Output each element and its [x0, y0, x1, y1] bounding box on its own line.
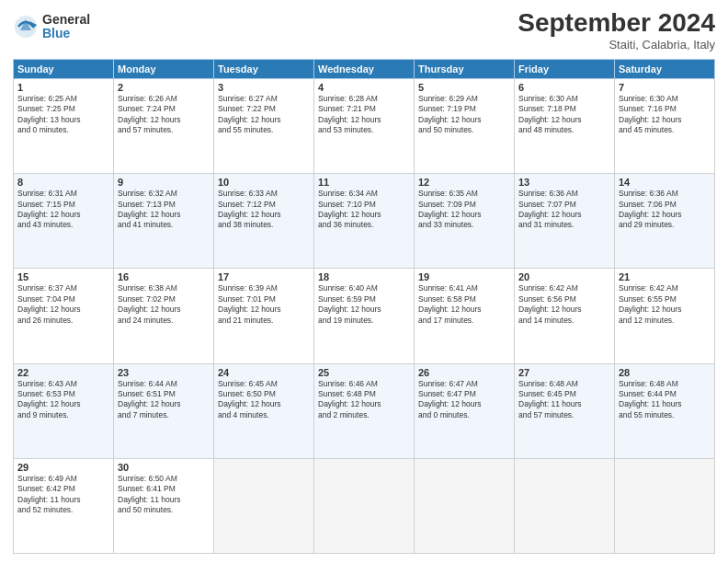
logo-general: General	[42, 13, 90, 27]
calendar-day-cell: 15Sunrise: 6:37 AM Sunset: 7:04 PM Dayli…	[14, 269, 114, 363]
day-info: Sunrise: 6:25 AM Sunset: 7:25 PM Dayligh…	[17, 94, 109, 136]
day-info: Sunrise: 6:34 AM Sunset: 7:10 PM Dayligh…	[318, 189, 410, 231]
day-info: Sunrise: 6:48 AM Sunset: 6:44 PM Dayligh…	[619, 379, 711, 421]
day-info: Sunrise: 6:28 AM Sunset: 7:21 PM Dayligh…	[318, 94, 410, 136]
calendar-day-cell: 14Sunrise: 6:36 AM Sunset: 7:06 PM Dayli…	[615, 174, 715, 269]
day-info: Sunrise: 6:42 AM Sunset: 6:56 PM Dayligh…	[518, 283, 610, 326]
day-number: 21	[619, 271, 711, 282]
day-info: Sunrise: 6:36 AM Sunset: 7:07 PM Dayligh…	[518, 189, 610, 231]
calendar-day-cell	[214, 458, 314, 553]
title-block: September 2024 Staiti, Calabria, Italy	[518, 9, 715, 52]
day-number: 18	[318, 271, 410, 282]
calendar-day-cell: 20Sunrise: 6:42 AM Sunset: 6:56 PM Dayli…	[515, 269, 615, 363]
day-number: 4	[318, 82, 410, 93]
logo-text: General Blue	[42, 13, 90, 41]
day-number: 2	[118, 82, 210, 93]
day-number: 12	[418, 177, 510, 188]
day-number: 13	[518, 177, 610, 188]
calendar-day-cell: 30Sunrise: 6:50 AM Sunset: 6:41 PM Dayli…	[114, 458, 214, 553]
day-number: 5	[418, 82, 510, 93]
calendar-day-cell: 3Sunrise: 6:27 AM Sunset: 7:22 PM Daylig…	[214, 78, 314, 173]
weekday-header-sunday: Sunday	[14, 59, 114, 78]
day-info: Sunrise: 6:39 AM Sunset: 7:01 PM Dayligh…	[218, 283, 310, 326]
calendar-day-cell: 4Sunrise: 6:28 AM Sunset: 7:21 PM Daylig…	[314, 78, 415, 173]
day-number: 9	[118, 177, 210, 188]
calendar-table: SundayMondayTuesdayWednesdayThursdayFrid…	[13, 59, 715, 554]
calendar-day-cell: 7Sunrise: 6:30 AM Sunset: 7:16 PM Daylig…	[615, 78, 715, 173]
day-number: 17	[218, 271, 310, 282]
calendar-day-cell: 11Sunrise: 6:34 AM Sunset: 7:10 PM Dayli…	[314, 174, 415, 269]
day-number: 28	[619, 367, 711, 378]
day-number: 16	[118, 271, 210, 282]
month-title: September 2024	[518, 9, 715, 38]
day-number: 23	[118, 367, 210, 378]
calendar-day-cell: 18Sunrise: 6:40 AM Sunset: 6:59 PM Dayli…	[314, 269, 415, 363]
day-number: 30	[118, 462, 210, 473]
day-number: 11	[318, 177, 410, 188]
calendar-day-cell: 13Sunrise: 6:36 AM Sunset: 7:07 PM Dayli…	[515, 174, 615, 269]
calendar-day-cell: 17Sunrise: 6:39 AM Sunset: 7:01 PM Dayli…	[214, 269, 314, 363]
day-info: Sunrise: 6:32 AM Sunset: 7:13 PM Dayligh…	[118, 189, 210, 231]
calendar-day-cell: 29Sunrise: 6:49 AM Sunset: 6:42 PM Dayli…	[14, 458, 114, 553]
day-number: 7	[619, 82, 711, 93]
day-number: 25	[318, 367, 410, 378]
calendar-day-cell: 5Sunrise: 6:29 AM Sunset: 7:19 PM Daylig…	[415, 78, 515, 173]
calendar-day-cell: 1Sunrise: 6:25 AM Sunset: 7:25 PM Daylig…	[14, 78, 114, 173]
day-info: Sunrise: 6:44 AM Sunset: 6:51 PM Dayligh…	[118, 379, 210, 421]
day-number: 19	[418, 271, 510, 282]
day-info: Sunrise: 6:50 AM Sunset: 6:41 PM Dayligh…	[118, 474, 210, 516]
day-number: 22	[17, 367, 109, 378]
day-info: Sunrise: 6:43 AM Sunset: 6:53 PM Dayligh…	[17, 379, 109, 421]
day-info: Sunrise: 6:36 AM Sunset: 7:06 PM Dayligh…	[619, 189, 711, 231]
day-number: 3	[218, 82, 310, 93]
calendar-day-cell: 22Sunrise: 6:43 AM Sunset: 6:53 PM Dayli…	[14, 363, 114, 458]
weekday-header-row: SundayMondayTuesdayWednesdayThursdayFrid…	[14, 59, 715, 78]
weekday-header-monday: Monday	[114, 59, 214, 78]
day-info: Sunrise: 6:27 AM Sunset: 7:22 PM Dayligh…	[218, 94, 310, 136]
day-number: 6	[518, 82, 610, 93]
day-info: Sunrise: 6:41 AM Sunset: 6:58 PM Dayligh…	[418, 283, 510, 326]
day-info: Sunrise: 6:48 AM Sunset: 6:45 PM Dayligh…	[518, 379, 610, 421]
day-info: Sunrise: 6:42 AM Sunset: 6:55 PM Dayligh…	[619, 283, 711, 326]
day-number: 10	[218, 177, 310, 188]
calendar-day-cell: 10Sunrise: 6:33 AM Sunset: 7:12 PM Dayli…	[214, 174, 314, 269]
calendar-day-cell: 24Sunrise: 6:45 AM Sunset: 6:50 PM Dayli…	[214, 363, 314, 458]
calendar-day-cell: 8Sunrise: 6:31 AM Sunset: 7:15 PM Daylig…	[14, 174, 114, 269]
day-info: Sunrise: 6:49 AM Sunset: 6:42 PM Dayligh…	[17, 474, 109, 516]
day-info: Sunrise: 6:30 AM Sunset: 7:18 PM Dayligh…	[518, 94, 610, 136]
calendar-day-cell: 16Sunrise: 6:38 AM Sunset: 7:02 PM Dayli…	[114, 269, 214, 363]
calendar-week-row: 8Sunrise: 6:31 AM Sunset: 7:15 PM Daylig…	[14, 174, 715, 269]
calendar-page: General Blue September 2024 Staiti, Cala…	[0, 0, 728, 563]
weekday-header-wednesday: Wednesday	[314, 59, 415, 78]
calendar-day-cell	[314, 458, 415, 553]
day-info: Sunrise: 6:30 AM Sunset: 7:16 PM Dayligh…	[619, 94, 711, 136]
day-info: Sunrise: 6:35 AM Sunset: 7:09 PM Dayligh…	[418, 189, 510, 231]
logo: General Blue	[13, 13, 90, 41]
day-info: Sunrise: 6:47 AM Sunset: 6:47 PM Dayligh…	[418, 379, 510, 421]
calendar-day-cell: 26Sunrise: 6:47 AM Sunset: 6:47 PM Dayli…	[415, 363, 515, 458]
day-number: 15	[17, 271, 109, 282]
day-info: Sunrise: 6:37 AM Sunset: 7:04 PM Dayligh…	[17, 283, 109, 326]
calendar-day-cell: 19Sunrise: 6:41 AM Sunset: 6:58 PM Dayli…	[415, 269, 515, 363]
day-info: Sunrise: 6:33 AM Sunset: 7:12 PM Dayligh…	[218, 189, 310, 231]
day-number: 1	[17, 82, 109, 93]
calendar-day-cell: 2Sunrise: 6:26 AM Sunset: 7:24 PM Daylig…	[114, 78, 214, 173]
calendar-day-cell: 6Sunrise: 6:30 AM Sunset: 7:18 PM Daylig…	[515, 78, 615, 173]
calendar-day-cell: 23Sunrise: 6:44 AM Sunset: 6:51 PM Dayli…	[114, 363, 214, 458]
calendar-day-cell	[515, 458, 615, 553]
calendar-day-cell: 9Sunrise: 6:32 AM Sunset: 7:13 PM Daylig…	[114, 174, 214, 269]
calendar-week-row: 29Sunrise: 6:49 AM Sunset: 6:42 PM Dayli…	[14, 458, 715, 553]
header: General Blue September 2024 Staiti, Cala…	[13, 9, 715, 52]
calendar-week-row: 22Sunrise: 6:43 AM Sunset: 6:53 PM Dayli…	[14, 363, 715, 458]
calendar-day-cell: 12Sunrise: 6:35 AM Sunset: 7:09 PM Dayli…	[415, 174, 515, 269]
weekday-header-friday: Friday	[515, 59, 615, 78]
day-info: Sunrise: 6:45 AM Sunset: 6:50 PM Dayligh…	[218, 379, 310, 421]
day-info: Sunrise: 6:38 AM Sunset: 7:02 PM Dayligh…	[118, 283, 210, 326]
day-number: 29	[17, 462, 109, 473]
calendar-day-cell: 21Sunrise: 6:42 AM Sunset: 6:55 PM Dayli…	[615, 269, 715, 363]
calendar-week-row: 1Sunrise: 6:25 AM Sunset: 7:25 PM Daylig…	[14, 78, 715, 173]
weekday-header-saturday: Saturday	[615, 59, 715, 78]
calendar-day-cell	[415, 458, 515, 553]
calendar-day-cell: 25Sunrise: 6:46 AM Sunset: 6:48 PM Dayli…	[314, 363, 415, 458]
day-number: 20	[518, 271, 610, 282]
